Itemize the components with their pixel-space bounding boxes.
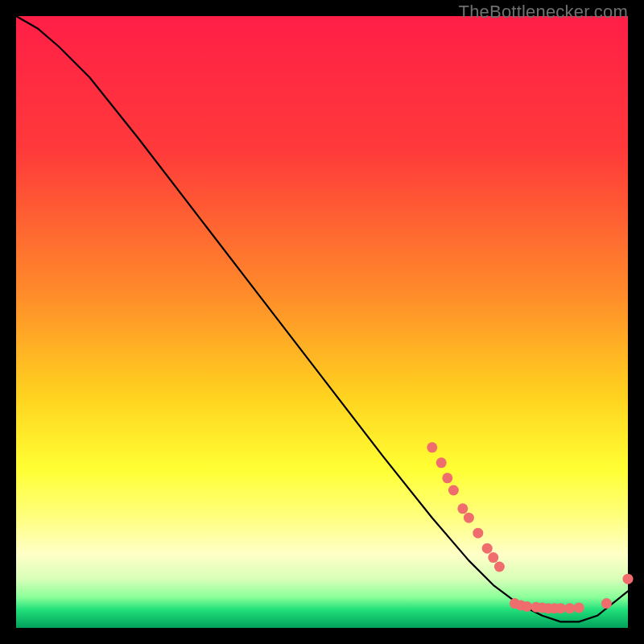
data-point-marker	[564, 603, 575, 613]
data-point-marker	[482, 543, 493, 554]
data-point-marker	[427, 442, 437, 452]
data-point-marker	[574, 602, 584, 613]
data-point-marker	[522, 601, 532, 612]
watermark-text: TheBottlenecker.com	[459, 2, 628, 23]
chart-frame: TheBottlenecker.com	[0, 0, 644, 644]
chart-overlay	[0, 0, 644, 644]
bottleneck-curve	[16, 16, 628, 621]
data-point-marker	[436, 457, 447, 468]
data-point-marker	[601, 598, 612, 609]
data-point-marker	[488, 552, 498, 563]
data-point-marker	[464, 513, 474, 523]
data-point-marker	[473, 528, 483, 539]
data-point-marker	[457, 503, 468, 514]
data-point-marker	[623, 574, 634, 584]
data-point-marker	[448, 485, 459, 496]
data-point-marker	[442, 473, 452, 483]
data-point-marker	[555, 603, 566, 613]
data-point-marker	[494, 562, 505, 572]
